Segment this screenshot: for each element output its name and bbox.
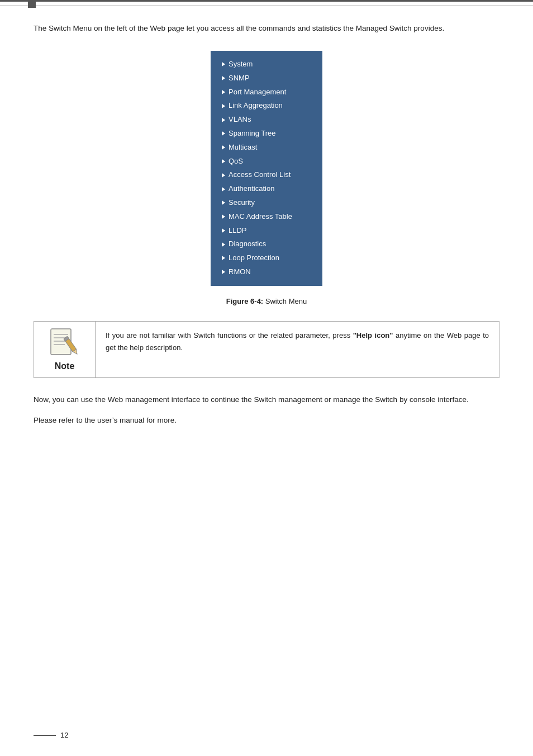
menu-item[interactable]: MAC Address Table [222,210,311,224]
note-box: Note If you are not familiar with Switch… [34,321,499,378]
menu-arrow [222,104,225,108]
menu-arrow [222,214,225,219]
menu-item[interactable]: RMON [222,265,311,279]
menu-item[interactable]: Authentication [222,182,311,196]
menu-item[interactable]: Link Aggregation [222,99,311,113]
menu-item[interactable]: System [222,58,311,71]
menu-arrow [222,242,225,247]
menu-arrow [222,131,225,136]
note-icon-area: Note [34,322,96,377]
menu-arrow [222,256,225,260]
page-content: The Switch Menu on the left of the Web p… [0,6,533,457]
menu-item-label: QoS [229,156,243,168]
figure-label: Figure 6-4: [226,297,263,305]
menu-item[interactable]: SNMP [222,71,311,85]
menu-item-label: MAC Address Table [229,211,292,223]
menu-item-label: Port Management [229,87,286,98]
menu-item-label: LLDP [229,225,247,237]
menu-item-label: Authentication [229,183,274,195]
menu-item-label: Access Control List [229,169,291,181]
menu-arrow [222,90,225,94]
menu-item-label: Link Aggregation [229,100,283,112]
menu-item[interactable]: Loop Protection [222,251,311,265]
menu-item-label: System [229,59,253,70]
bottom-text-1: Now, you can use the Web management inte… [34,394,499,406]
menu-item[interactable]: Port Management [222,85,311,99]
menu-item-label: Spanning Tree [229,128,276,140]
menu-arrow [222,145,225,150]
menu-container: SystemSNMPPort ManagementLink Aggregatio… [34,51,499,286]
menu-item-label: Security [229,197,255,209]
menu-item[interactable]: Diagnostics [222,237,311,251]
figure-caption: Figure 6-4: Switch Menu [34,297,499,305]
bottom-text-2: Please refer to the user’s manual for mo… [34,414,499,427]
menu-arrow [222,187,225,192]
menu-item[interactable]: LLDP [222,224,311,238]
menu-item-label: SNMP [229,73,250,84]
menu-arrow [222,118,225,122]
menu-arrow [222,200,225,205]
menu-item-label: RMON [229,266,251,278]
menu-arrow [222,228,225,233]
menu-item[interactable]: Multicast [222,141,311,155]
note-icon [48,328,82,358]
menu-arrow [222,173,225,178]
menu-item-label: Multicast [229,142,257,154]
menu-item[interactable]: QoS [222,155,311,169]
menu-item-label: VLANs [229,114,251,126]
menu-item[interactable]: Security [222,196,311,210]
page-number: 12 [60,731,68,739]
menu-item[interactable]: VLANs [222,113,311,127]
menu-arrow [222,62,225,66]
menu-arrow [222,270,225,274]
menu-arrow [222,76,225,80]
menu-arrow [222,159,225,164]
note-content: If you are not familiar with Switch func… [96,322,499,377]
menu-item[interactable]: Spanning Tree [222,127,311,141]
menu-item-label: Loop Protection [229,252,279,264]
menu-item-label: Diagnostics [229,238,266,250]
note-label: Note [55,361,75,371]
switch-menu: SystemSNMPPort ManagementLink Aggregatio… [211,51,322,286]
menu-item[interactable]: Access Control List [222,168,311,182]
footer: 12 [34,731,68,739]
intro-text: The Switch Menu on the left of the Web p… [34,22,499,35]
top-bar [0,0,533,3]
footer-line [34,735,56,736]
